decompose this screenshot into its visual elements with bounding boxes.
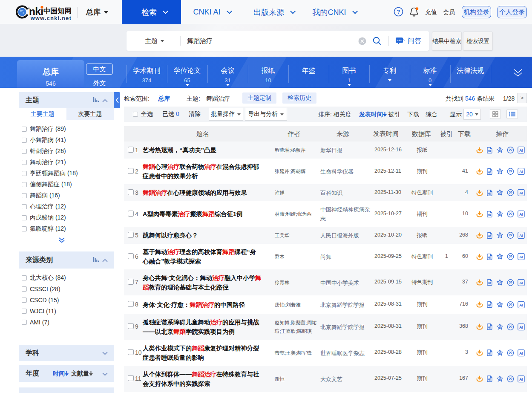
svg-text:AI: AI (519, 303, 523, 307)
svg-text:AI: AI (519, 170, 523, 174)
svg-text:AI: AI (519, 377, 523, 381)
svg-text:www.cnki.net: www.cnki.net (30, 15, 72, 21)
svg-text:AI: AI (519, 255, 523, 259)
svg-text:中国知网: 中国知网 (43, 7, 72, 15)
svg-text:?: ? (397, 9, 400, 15)
svg-text:AI: AI (519, 325, 523, 329)
svg-text:AI: AI (519, 280, 523, 285)
svg-text:AI: AI (519, 212, 523, 217)
svg-text:AI: AI (519, 148, 523, 153)
svg-text:AI: AI (519, 191, 523, 195)
svg-text:AI: AI (519, 234, 523, 238)
svg-text:AI: AI (519, 351, 523, 355)
